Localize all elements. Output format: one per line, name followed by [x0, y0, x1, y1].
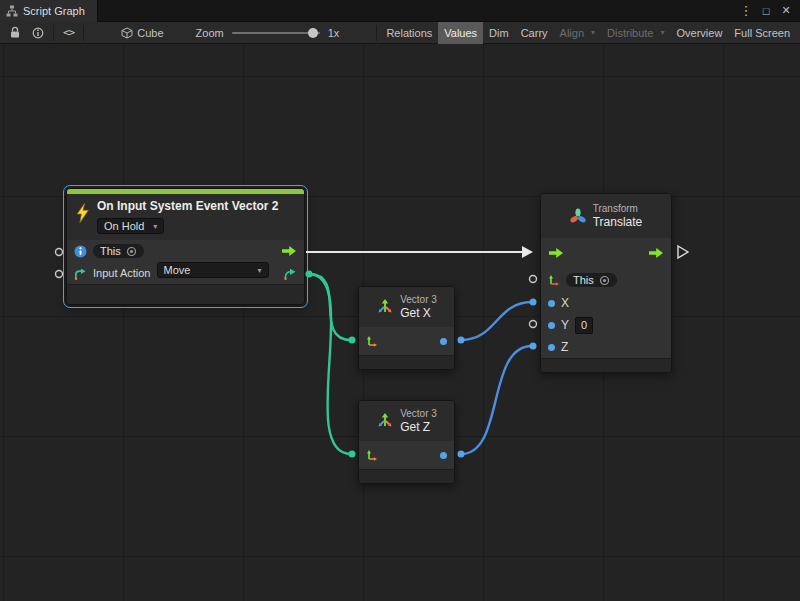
port-y-value-field[interactable]: 0: [575, 317, 593, 334]
graph-icon: [6, 5, 18, 17]
wire-flow-arrowhead: [522, 246, 533, 258]
tab-title: Script Graph: [23, 5, 85, 17]
input-action-icon: [74, 267, 87, 280]
edit-source-button[interactable]: <>: [57, 22, 80, 44]
chevron-down-icon: ▾: [591, 28, 595, 37]
toolbar-separator: [53, 25, 54, 41]
translate-y-port[interactable]: [530, 321, 537, 328]
event-flow-in-port[interactable]: [56, 249, 63, 256]
toolbar-right-group: Relations Values Dim Carry Align▾ Distri…: [373, 22, 796, 44]
values-button[interactable]: Values: [438, 22, 483, 44]
zoom-value: 1x: [328, 27, 340, 39]
translate-header-text: Transform Translate: [593, 203, 643, 229]
translate-x-port[interactable]: [530, 299, 537, 306]
translate-y-row: Y 0: [541, 314, 671, 336]
relations-button[interactable]: Relations: [380, 22, 438, 44]
get-x-body: [359, 327, 454, 355]
zoom-label: Zoom: [196, 27, 224, 39]
target-object-button[interactable]: Cube: [115, 22, 169, 44]
flow-continue-icon[interactable]: [678, 246, 688, 258]
vector3-icon: [376, 298, 394, 316]
get-x-category: Vector 3: [400, 294, 437, 306]
wire-get-x-to-translate-x[interactable]: [461, 302, 532, 340]
carry-button[interactable]: Carry: [515, 22, 554, 44]
vector3-input-icon[interactable]: [366, 449, 378, 461]
get-z-header: Vector 3 Get Z: [359, 401, 454, 441]
event-this-pill[interactable]: This: [93, 244, 144, 258]
lock-icon: [10, 26, 20, 39]
lock-button[interactable]: [4, 22, 26, 44]
wire-get-z-to-translate-z[interactable]: [461, 346, 532, 454]
translate-category: Transform: [593, 203, 643, 215]
node-transform-translate[interactable]: Transform Translate: [540, 193, 672, 373]
target-picker-icon[interactable]: [599, 275, 610, 286]
zoom-slider-handle[interactable]: [308, 28, 318, 38]
flow-output-arrow-icon[interactable]: [281, 245, 297, 257]
vector2-output-icon[interactable]: [283, 267, 297, 280]
code-icon: <>: [63, 26, 74, 39]
float-input-port[interactable]: [548, 300, 555, 307]
input-action-dropdown[interactable]: Move ▾: [157, 262, 269, 278]
wire-vector2-to-get-z[interactable]: [309, 274, 351, 454]
zoom-control: Zoom 1x: [196, 27, 340, 39]
translate-flow-row: [541, 238, 671, 268]
event-node-header-text: On Input System Event Vector 2 On Hold ▾: [97, 199, 278, 234]
tab-script-graph[interactable]: Script Graph: [0, 0, 98, 22]
float-output-port[interactable]: [440, 452, 447, 459]
window-menu-icon[interactable]: ⋮: [738, 2, 754, 20]
chevron-down-icon: ▾: [257, 266, 261, 275]
overview-button[interactable]: Overview: [671, 22, 729, 44]
get-z-input-port[interactable]: [349, 451, 356, 458]
transform-input-icon: [548, 274, 560, 286]
float-input-port[interactable]: [548, 322, 555, 329]
toolbar-separator: [83, 25, 84, 41]
float-input-port[interactable]: [548, 344, 555, 351]
get-z-header-text: Vector 3 Get Z: [400, 408, 437, 434]
event-node-footer: [67, 284, 304, 304]
wire-vector2-to-get-x[interactable]: [309, 274, 351, 340]
translate-z-port[interactable]: [530, 343, 537, 350]
translate-x-row: X: [541, 292, 671, 314]
dim-button[interactable]: Dim: [483, 22, 515, 44]
graph-canvas[interactable]: On Input System Event Vector 2 On Hold ▾…: [0, 44, 800, 601]
get-x-input-port[interactable]: [349, 337, 356, 344]
info-icon: [32, 27, 44, 39]
event-this-port[interactable]: [56, 271, 63, 278]
target-picker-icon[interactable]: [126, 246, 137, 257]
close-icon[interactable]: ✕: [778, 2, 794, 20]
align-dropdown-button[interactable]: Align▾: [554, 22, 601, 44]
distribute-dropdown-button[interactable]: Distribute▾: [601, 22, 670, 44]
translate-z-row: Z: [541, 336, 671, 358]
vector3-input-icon[interactable]: [366, 335, 378, 347]
tab-bar: Script Graph ⋮ □ ✕: [0, 0, 800, 22]
event-node-title: On Input System Event Vector 2: [97, 199, 278, 214]
zoom-slider[interactable]: [232, 32, 320, 34]
translate-title: Translate: [593, 215, 643, 229]
translate-header: Transform Translate: [541, 194, 671, 238]
vector3-icon: [376, 412, 394, 430]
cube-icon: [121, 27, 133, 39]
target-object-label: Cube: [137, 27, 163, 39]
window-controls: ⋮ □ ✕: [738, 2, 800, 20]
get-z-body: [359, 441, 454, 469]
event-mode-dropdown[interactable]: On Hold ▾: [97, 218, 164, 234]
get-z-category: Vector 3: [400, 408, 437, 420]
flow-output-arrow-icon[interactable]: [648, 247, 664, 259]
flow-input-arrow-icon[interactable]: [548, 247, 564, 259]
fullscreen-button[interactable]: Full Screen: [728, 22, 796, 44]
vector2-output-port[interactable]: [306, 271, 313, 278]
translate-this-row: This: [541, 268, 671, 292]
event-this-row: This: [67, 240, 304, 262]
float-output-port[interactable]: [440, 338, 447, 345]
node-on-input-system-event[interactable]: On Input System Event Vector 2 On Hold ▾…: [66, 188, 305, 305]
get-z-output-port[interactable]: [458, 451, 465, 458]
get-x-output-port[interactable]: [458, 337, 465, 344]
node-vector3-get-x[interactable]: Vector 3 Get X: [358, 286, 455, 370]
inspect-button[interactable]: [26, 22, 50, 44]
translate-this-port[interactable]: [530, 276, 537, 283]
toolbar-separator: [376, 25, 377, 41]
maximize-icon[interactable]: □: [758, 2, 774, 20]
node-vector3-get-z[interactable]: Vector 3 Get Z: [358, 400, 455, 484]
get-x-title: Get X: [400, 306, 437, 320]
translate-this-pill[interactable]: This: [566, 273, 617, 287]
